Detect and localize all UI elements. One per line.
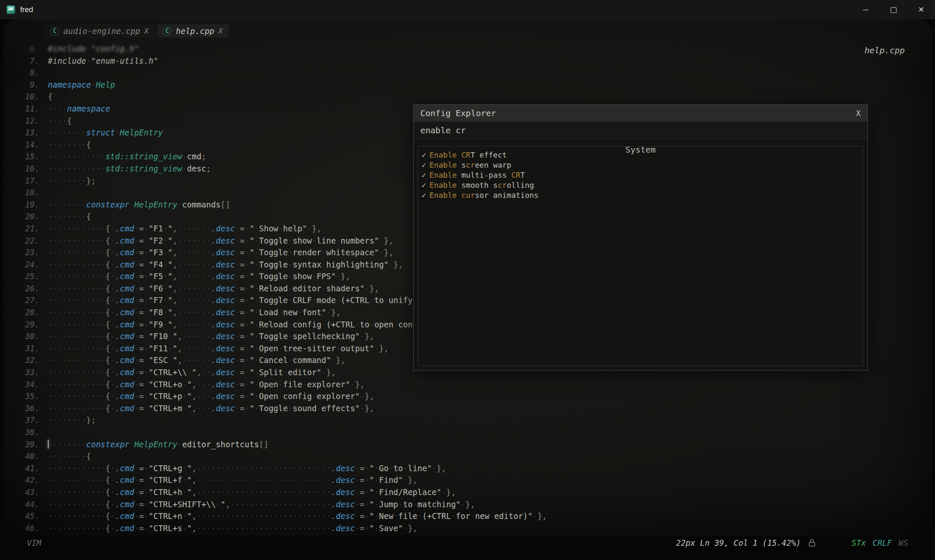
line-number: 16. xyxy=(3,163,48,175)
maximize-button[interactable]: ▢ xyxy=(880,0,907,19)
cpp-file-icon: C xyxy=(163,27,172,36)
config-explorer-title: Config Explorer xyxy=(420,108,496,118)
cpp-file-icon: C xyxy=(50,27,59,36)
checkbox-checked-icon[interactable]: ✓ xyxy=(422,171,426,179)
item-text: sor animations xyxy=(475,191,539,200)
status-flags: STxCRLFWS xyxy=(845,538,908,547)
line-number: 40. xyxy=(3,450,48,462)
code-line: 38. xyxy=(3,426,932,438)
code-line: 39.········constexpr·HelpEntry·editor_sh… xyxy=(3,438,932,451)
line-number: 8. xyxy=(3,67,48,79)
line-number: 44. xyxy=(3,498,48,511)
code-line: 41.············{·.cmd·=·"CTRL+g·",······… xyxy=(3,462,932,474)
item-text: een warp xyxy=(475,161,511,169)
match-highlight: cr xyxy=(466,161,475,169)
match-highlight: Enable xyxy=(430,161,457,169)
code-line: 42.············{·.cmd·=·"CTRL+f·",······… xyxy=(3,474,932,486)
match-highlight: CR xyxy=(511,171,521,179)
code-line: 9.namespace·Help xyxy=(3,79,932,91)
code-line: 35.············{·.cmd·=·"CTRL+p·",···.de… xyxy=(3,390,932,402)
code-line: 45.············{·.cmd·=·"CTRL+n·",······… xyxy=(3,510,932,522)
code-line: 43.············{·.cmd·=·"CTRL+h·",······… xyxy=(3,486,932,498)
match-highlight: CR xyxy=(461,150,471,159)
line-number: 21. xyxy=(3,223,48,235)
config-search-query: enable cr xyxy=(420,125,466,135)
line-number: 6. xyxy=(3,43,48,55)
line-number: 45. xyxy=(3,510,48,522)
code-line: 37.········}; xyxy=(3,414,932,426)
cursor-position-info: 22px Ln 39, Col 1 (15.42%) xyxy=(676,538,801,547)
line-number: 32. xyxy=(3,354,48,366)
line-number: 35. xyxy=(3,390,48,402)
item-text: T xyxy=(521,171,525,179)
close-button[interactable]: ✕ xyxy=(907,0,935,19)
line-number: 25. xyxy=(3,270,48,283)
config-explorer-titlebar[interactable]: Config Explorer X xyxy=(414,105,867,122)
line-number: 10. xyxy=(3,91,48,103)
line-number: 14. xyxy=(3,139,48,151)
line-number: 41. xyxy=(3,462,48,474)
dialog-close-button[interactable]: X xyxy=(856,109,861,118)
status-flag-stx: STx xyxy=(852,538,866,547)
code-line: 7.#include·"enum-utils.h" xyxy=(3,55,932,67)
checkbox-checked-icon[interactable]: ✓ xyxy=(422,150,426,159)
app-window: fred ─ ▢ ✕ C audio-engine.cpp X C help.c… xyxy=(0,0,935,560)
line-number: 19. xyxy=(3,199,48,211)
line-number: 28. xyxy=(3,306,48,319)
code-line: 36.············{·.cmd·=·"CTRL+m·",···.de… xyxy=(3,402,932,415)
config-item[interactable]: ✓Enable screen warp xyxy=(422,160,859,170)
tab-audio-engine-cpp[interactable]: C audio-engine.cpp X xyxy=(44,24,154,38)
config-item[interactable]: ✓Enable CRT effect xyxy=(422,150,859,160)
config-item[interactable]: ✓Enable multi-pass CRT xyxy=(422,170,859,180)
line-number: 29. xyxy=(3,319,48,331)
item-text xyxy=(457,150,461,159)
code-line: 34.············{·.cmd·=·"CTRL+o·",···.de… xyxy=(3,379,932,391)
config-item[interactable]: ✓Enable smooth scrolling xyxy=(422,180,859,190)
status-flag-crlf: CRLF xyxy=(872,538,892,547)
line-number: 24. xyxy=(3,259,48,271)
vim-mode-indicator: VIM xyxy=(27,538,41,547)
line-number: 20. xyxy=(3,210,48,223)
minimize-button[interactable]: ─ xyxy=(852,0,880,19)
item-text: s xyxy=(457,161,466,169)
line-number: 22. xyxy=(3,235,48,247)
tab-bar: C audio-engine.cpp X C help.cpp X xyxy=(44,24,229,38)
line-number: 15. xyxy=(3,150,48,163)
active-file-indicator: help.cpp xyxy=(865,45,905,55)
code-line: 6.#include·"config.h" xyxy=(3,43,932,55)
tab-help-cpp[interactable]: C help.cpp X xyxy=(157,24,229,38)
item-text xyxy=(457,191,461,200)
line-number: 38. xyxy=(3,426,48,438)
window-controls: ─ ▢ ✕ xyxy=(852,0,935,19)
line-number: 37. xyxy=(3,414,48,426)
config-explorer-dialog: Config Explorer X enable cr System ✓Enab… xyxy=(413,104,868,371)
line-number: 18. xyxy=(3,187,48,199)
line-number: 30. xyxy=(3,330,48,342)
line-number: 7. xyxy=(3,55,48,67)
line-number: 34. xyxy=(3,379,48,391)
line-number: 17. xyxy=(3,175,48,187)
item-text: smooth s xyxy=(457,181,498,189)
lock-icon xyxy=(808,539,815,547)
tab-close-icon[interactable]: X xyxy=(219,27,223,35)
line-number: 31. xyxy=(3,342,48,355)
status-flag-ws: WS xyxy=(899,538,908,547)
line-number: 11. xyxy=(3,103,48,115)
checkbox-checked-icon[interactable]: ✓ xyxy=(422,181,426,189)
config-item[interactable]: ✓Enable cursor animations xyxy=(422,190,859,200)
config-search-input[interactable]: enable cr xyxy=(414,122,867,140)
line-number: 13. xyxy=(3,127,48,139)
line-number: 26. xyxy=(3,283,48,295)
item-text: olling xyxy=(507,181,534,189)
tab-label: help.cpp xyxy=(176,26,214,36)
tab-close-icon[interactable]: X xyxy=(144,27,148,35)
match-highlight: Enable xyxy=(430,191,457,200)
checkbox-checked-icon[interactable]: ✓ xyxy=(422,161,426,169)
line-number: 12. xyxy=(3,115,48,127)
status-bar: VIM 22px Ln 39, Col 1 (15.42%) STxCRLFWS xyxy=(0,531,935,560)
checkbox-checked-icon[interactable]: ✓ xyxy=(422,191,426,200)
line-number: 23. xyxy=(3,246,48,259)
line-number: 36. xyxy=(3,402,48,415)
match-highlight: cr xyxy=(497,181,507,189)
line-number: 43. xyxy=(3,486,48,498)
